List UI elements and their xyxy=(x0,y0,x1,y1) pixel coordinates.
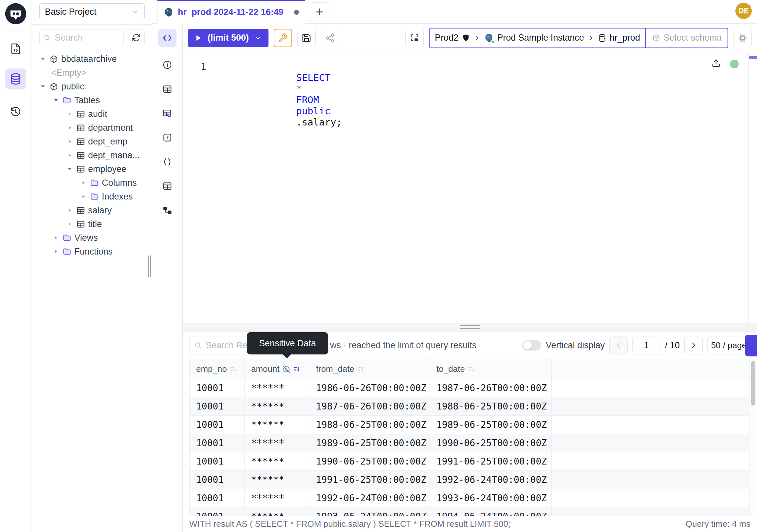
table-row[interactable]: 10001******1993-06-24T00:00:00Z1994-06-2… xyxy=(190,508,749,516)
results-panel: ws - reached the limit of query results … xyxy=(183,331,757,516)
format-wrench-button[interactable] xyxy=(274,29,292,47)
tree-item-employee[interactable]: employee xyxy=(31,162,152,176)
refresh-button[interactable] xyxy=(128,29,145,46)
tree-item-salary[interactable]: salary xyxy=(31,203,152,217)
bytebase-logo[interactable] xyxy=(5,3,26,24)
tree-item-columns[interactable]: Columns xyxy=(31,176,152,190)
schema-tree: bbdataarchive <Empty> public Tables audi… xyxy=(31,49,152,259)
vertical-display-toggle[interactable] xyxy=(522,340,541,351)
chevron-down-icon[interactable] xyxy=(39,83,46,90)
code-panel-icon[interactable] xyxy=(158,29,176,47)
table-panel-icon[interactable] xyxy=(161,82,174,96)
chevron-right-icon[interactable] xyxy=(66,221,73,227)
share-button[interactable] xyxy=(321,29,339,47)
connection-select[interactable]: Prod2 Prod Sample Instance hr_prod xyxy=(430,28,645,47)
column-header-to-date[interactable]: to_date xyxy=(430,360,552,379)
sensitive-data-tooltip: Sensitive Data xyxy=(247,332,328,355)
environment-label: Prod2 xyxy=(435,33,458,43)
editor-scrollbar[interactable] xyxy=(748,52,757,323)
batch-mode-button[interactable] xyxy=(405,29,424,47)
schema-cube-icon xyxy=(49,55,58,64)
run-query-button[interactable]: (limit 500) xyxy=(188,29,268,47)
tree-item-tables[interactable]: Tables xyxy=(31,93,152,107)
avatar[interactable]: DE xyxy=(735,3,752,19)
project-select[interactable]: Basic Project xyxy=(39,3,145,20)
ai-assistant-button[interactable] xyxy=(733,29,752,47)
sql-editor[interactable]: 1 SELECT * FROM public .salary; xyxy=(183,52,757,323)
sidebar-search-input[interactable] xyxy=(54,32,119,43)
chevron-down-icon[interactable] xyxy=(52,97,60,104)
chevron-down-icon[interactable] xyxy=(254,34,262,42)
tooltip-caret xyxy=(282,349,291,359)
chevron-right-icon[interactable] xyxy=(80,194,87,200)
upload-icon[interactable] xyxy=(711,58,721,68)
ai-swirl-icon xyxy=(738,33,747,43)
page-number-input[interactable]: 1 xyxy=(632,336,660,355)
chevron-right-icon[interactable] xyxy=(66,111,73,117)
tree-item-indexes[interactable]: Indexes xyxy=(31,190,152,203)
masked-data-icon[interactable] xyxy=(161,107,174,120)
table-row[interactable]: 10001******1989-06-25T00:00:00Z1990-06-2… xyxy=(190,434,749,453)
tree-item-department[interactable]: department xyxy=(31,121,152,135)
chevron-right-icon[interactable] xyxy=(66,152,73,158)
sort-icon-active[interactable] xyxy=(293,365,301,373)
schema-select[interactable]: Select schema xyxy=(645,28,728,47)
chevron-right-icon[interactable] xyxy=(66,125,73,131)
sort-icon[interactable] xyxy=(229,365,237,373)
chevron-right-icon[interactable] xyxy=(52,249,60,255)
export-button[interactable] xyxy=(745,335,757,357)
tree-item-title[interactable]: title xyxy=(31,217,152,231)
tree-item-audit[interactable]: audit xyxy=(31,107,152,121)
chevron-down-icon[interactable] xyxy=(39,56,46,62)
schema-diagram-icon[interactable] xyxy=(161,204,174,217)
function-icon[interactable]: f xyxy=(161,131,174,144)
editor-column: (limit 500) xyxy=(183,24,757,532)
tree-item-views[interactable]: Views xyxy=(31,231,152,245)
sidebar-resize-handle[interactable] xyxy=(148,256,152,277)
chevron-down-icon[interactable] xyxy=(66,166,73,172)
sort-icon[interactable] xyxy=(357,365,365,373)
column-header-from-date[interactable]: from_date xyxy=(309,360,430,379)
panel-resize-handle[interactable] xyxy=(183,323,757,331)
sort-icon[interactable] xyxy=(468,365,475,373)
tree-item-functions[interactable]: Functions xyxy=(31,245,152,259)
eye-off-icon[interactable] xyxy=(282,365,290,373)
save-button[interactable] xyxy=(297,29,316,47)
svg-text:f: f xyxy=(167,135,169,141)
history-nav-icon[interactable] xyxy=(5,101,26,122)
chevron-right-icon[interactable] xyxy=(80,180,87,186)
worksheet-nav-icon[interactable] xyxy=(5,38,26,59)
tree-item-dept-manager[interactable]: dept_mana... xyxy=(31,148,152,162)
batch-mode-icon xyxy=(409,33,419,43)
tree-item-dept-emp[interactable]: dept_emp xyxy=(31,135,152,148)
table-row[interactable]: 10001******1986-06-26T00:00:00Z1987-06-2… xyxy=(190,379,749,397)
parentheses-icon[interactable] xyxy=(161,155,174,169)
table-row[interactable]: 10001******1992-06-24T00:00:00Z1993-06-2… xyxy=(190,489,749,508)
info-icon[interactable] xyxy=(161,58,174,72)
table-row[interactable]: 10001******1991-06-25T00:00:00Z1992-06-2… xyxy=(190,471,749,489)
chevron-right-icon[interactable] xyxy=(52,235,60,241)
prev-page-button[interactable] xyxy=(609,336,628,355)
status-bar: WITH result AS ( SELECT * FROM public.sa… xyxy=(183,516,757,532)
results-scrollbar[interactable] xyxy=(749,359,757,516)
tree-item-bbdataarchive[interactable]: bbdataarchive xyxy=(31,52,152,66)
table-row[interactable]: 10001******1990-06-25T00:00:00Z1991-06-2… xyxy=(190,453,749,471)
table-detail-icon[interactable] xyxy=(161,179,174,193)
next-page-button[interactable] xyxy=(684,336,703,355)
table-row[interactable]: 10001******1987-06-26T00:00:00Z1988-06-2… xyxy=(190,397,749,416)
sql-line: 1 SELECT * FROM public .salary; xyxy=(183,52,757,139)
worksheet-tab[interactable]: hr_prod 2024-11-22 16:49 xyxy=(157,0,305,24)
schema-cube-icon xyxy=(652,34,660,42)
add-tab-button[interactable]: + xyxy=(310,2,329,21)
tree-item-public[interactable]: public xyxy=(31,79,152,93)
chevron-right-icon[interactable] xyxy=(66,207,73,213)
page-size-select[interactable]: 50 / page xyxy=(707,336,750,355)
results-summary: ws - reached the limit of query results xyxy=(330,340,476,351)
chevron-right-icon[interactable] xyxy=(66,139,73,144)
table-row[interactable]: 10001******1988-06-25T00:00:00Z1989-06-2… xyxy=(190,416,749,434)
wrench-icon xyxy=(278,33,288,43)
database-nav-icon[interactable] xyxy=(5,69,26,89)
column-header-emp-no[interactable]: emp_no xyxy=(190,360,245,379)
column-header-amount[interactable]: amount xyxy=(245,360,309,379)
scrollbar-thumb[interactable] xyxy=(751,361,755,406)
